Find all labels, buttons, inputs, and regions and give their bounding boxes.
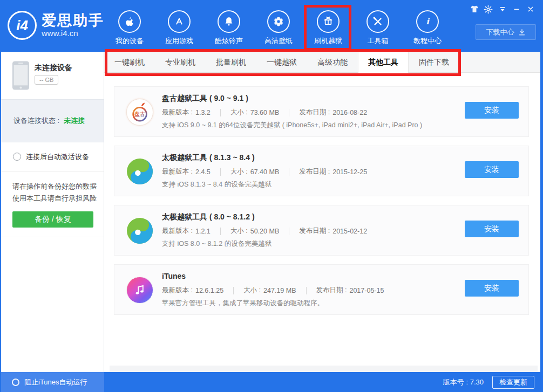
size-label: 大小 : [230, 108, 248, 117]
header: i4 爱思助手 www.i4.cn 我的设备 应用游戏 [0, 0, 543, 52]
date-value: 2016-08-22 [332, 109, 367, 116]
tab-other-tools[interactable]: 其他工具 [358, 52, 409, 73]
separator [220, 228, 221, 235]
info-icon: i [416, 10, 439, 33]
version-value: 12.6.1.25 [195, 287, 223, 294]
nav-label: 刷机越狱 [314, 36, 342, 46]
version-value: 1.3.2 [195, 109, 211, 116]
tool-title: 太极越狱工具 ( 8.0 ~ 8.1.2 ) [162, 212, 255, 222]
download-center-label: 下载中心 [486, 27, 514, 37]
tool-description: 支持 iOS 8.1.3 ~ 8.4 的设备完美越狱 [162, 180, 272, 189]
nav-label: 高清壁纸 [264, 36, 293, 46]
tab-batch-flash[interactable]: 批量刷机 [206, 52, 256, 73]
window-controls [469, 4, 536, 14]
tab-one-key-jailbreak[interactable]: 一键越狱 [256, 52, 307, 73]
tool-description: 支持 iOS 9.0 ~ 9.1 的64位设备完美越狱 ( iPhone5s+,… [162, 121, 422, 130]
minimize-icon[interactable] [511, 4, 522, 14]
theme-skin-icon[interactable] [469, 4, 480, 14]
size-label: 大小 : [243, 286, 261, 295]
size-value: 50.20 MB [250, 228, 280, 235]
appstore-icon [168, 10, 191, 33]
separator [289, 228, 289, 235]
install-button[interactable]: 安装 [465, 102, 519, 119]
tool-title: iTunes [162, 272, 186, 280]
date-value: 2015-12-25 [332, 168, 367, 176]
install-button[interactable]: 安装 [465, 221, 519, 237]
tab-firmware-download[interactable]: 固件下载 [409, 52, 459, 73]
version-value: 2.4.5 [195, 168, 211, 176]
tool-card-taig-812: 太极越狱工具 ( 8.0 ~ 8.1.2 ) 最新版本 : 1.2.1 大小 :… [114, 205, 529, 256]
close-icon[interactable] [525, 4, 536, 14]
separator [220, 109, 221, 116]
app-window: i4 爱思助手 www.i4.cn 我的设备 应用游戏 [0, 0, 543, 392]
date-label: 发布日期 : [316, 286, 347, 295]
brand-url: www.i4.cn [42, 29, 104, 38]
taig-icon [126, 217, 153, 244]
install-button[interactable]: 安装 [465, 280, 519, 297]
separator [289, 168, 289, 176]
auto-activate-label: 连接后自动激活设备 [26, 152, 89, 162]
nav-item-toolbox[interactable]: 工具箱 [353, 0, 403, 52]
connection-status-label: 设备连接状态 : [13, 116, 59, 126]
nav-item-apps-games[interactable]: 应用游戏 [154, 0, 204, 52]
block-itunes-option[interactable]: 阻止iTunes自动运行 [1, 372, 104, 392]
svg-text:盘古: 盘古 [134, 111, 145, 117]
nav-label: 我的设备 [116, 36, 144, 46]
date-value: 2015-02-12 [332, 228, 367, 235]
sidebar: 未连接设备 -- GB 设备连接状态 : 未连接 连接后自动激活设备 请在操作前… [1, 52, 104, 372]
main-content: 一键刷机 专业刷机 批量刷机 一键越狱 高级功能 其他工具 固件下载 盘古 盘古… [104, 52, 540, 372]
tool-title: 盘古越狱工具 ( 9.0 ~ 9.1 ) [162, 94, 248, 104]
menu-dropdown-icon[interactable] [497, 4, 508, 14]
device-info: 未连接设备 -- GB [1, 52, 104, 99]
footer: 阻止iTunes自动运行 版本号 : 7.30 检查更新 [0, 372, 543, 392]
tool-card-pangu-9: 盘古 盘古越狱工具 ( 9.0 ~ 9.1 ) 最新版本 : 1.3.2 大小 … [114, 86, 529, 137]
download-icon [518, 29, 526, 36]
giftbox-icon [317, 10, 340, 33]
warning-line-1: 请在操作前备份好您的数据 [12, 181, 104, 192]
check-update-button[interactable]: 检查更新 [492, 376, 534, 389]
download-center-button[interactable]: 下载中心 [476, 24, 536, 40]
separator [289, 109, 289, 116]
settings-gear-icon[interactable] [483, 4, 494, 14]
version-label: 最新版本 : [162, 167, 193, 176]
apple-icon [118, 10, 141, 33]
auto-activate-option[interactable]: 连接后自动激活设备 [1, 142, 104, 171]
nav-label: 工具箱 [368, 36, 389, 46]
separator [306, 287, 307, 294]
tool-description: 苹果官方管理工具，集成了苹果移动设备的驱动程序。 [162, 299, 324, 308]
tab-advanced[interactable]: 高级功能 [307, 52, 358, 73]
pangu-icon: 盘古 [126, 99, 153, 126]
tab-one-key-flash[interactable]: 一键刷机 [104, 52, 155, 73]
block-itunes-radio[interactable] [12, 379, 19, 386]
i4-logo-icon: i4 [8, 11, 37, 40]
main-nav: 我的设备 应用游戏 酷炫铃声 [105, 0, 452, 52]
nav-item-flash-jailbreak[interactable]: 刷机越狱 [303, 0, 353, 52]
tab-pro-flash[interactable]: 专业刷机 [155, 52, 206, 73]
size-label: 大小 : [230, 167, 248, 176]
nav-label: 教程中心 [413, 36, 442, 46]
block-itunes-label: 阻止iTunes自动运行 [24, 377, 87, 387]
version-value: 1.2.1 [195, 228, 211, 235]
flower-icon [267, 10, 290, 33]
connection-status: 设备连接状态 : 未连接 [1, 99, 104, 142]
horizontal-scrollbar[interactable] [110, 366, 538, 372]
svg-text:i: i [426, 17, 430, 26]
size-label: 大小 : [230, 226, 248, 236]
brand-name: 爱思助手 [42, 12, 104, 29]
date-label: 发布日期 : [299, 167, 330, 176]
connection-status-value: 未连接 [64, 116, 85, 126]
bell-icon [218, 10, 240, 33]
nav-item-my-device[interactable]: 我的设备 [105, 0, 154, 52]
nav-item-tutorials[interactable]: i 教程中心 [403, 0, 452, 52]
auto-activate-radio[interactable] [13, 153, 21, 161]
nav-item-wallpapers[interactable]: 高清壁纸 [254, 0, 303, 52]
nav-item-ringtones[interactable]: 酷炫铃声 [204, 0, 254, 52]
warning-text: 请在操作前备份好您的数据 使用本工具请自行承担风险 [1, 171, 104, 204]
sub-tabbar: 一键刷机 专业刷机 批量刷机 一键越狱 高级功能 其他工具 固件下载 [104, 52, 540, 73]
version-label: 最新版本 : [162, 226, 193, 236]
size-value: 67.40 MB [250, 168, 280, 176]
itunes-icon [126, 277, 153, 304]
vertical-scrollbar-track[interactable] [529, 73, 540, 366]
install-button[interactable]: 安装 [465, 161, 519, 178]
backup-restore-button[interactable]: 备份 / 恢复 [12, 211, 93, 228]
